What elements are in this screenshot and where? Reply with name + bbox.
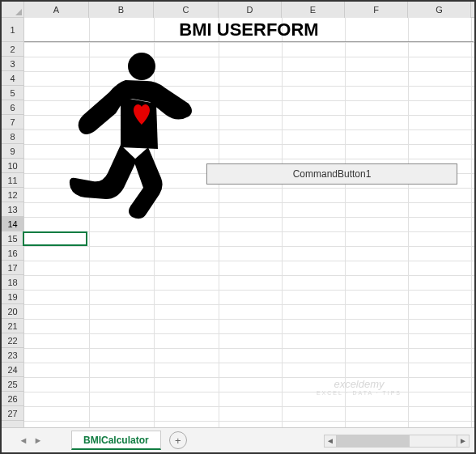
watermark-sub: EXCEL · DATA · TIPS [317, 390, 402, 397]
sheet-tab-bmicalculator[interactable]: BMICalculator [71, 431, 161, 450]
row-header-3[interactable]: 3 [2, 57, 23, 71]
row-header-19[interactable]: 19 [2, 290, 23, 304]
row-header-4[interactable]: 4 [2, 71, 23, 86]
column-headers-row: A B C D E F G [2, 2, 474, 18]
row-header-22[interactable]: 22 [2, 333, 23, 348]
row-header-26[interactable]: 26 [2, 392, 23, 406]
select-all-corner[interactable] [2, 2, 24, 18]
col-header-e[interactable]: E [282, 2, 345, 18]
watermark: exceldemy EXCEL · DATA · TIPS [317, 379, 402, 397]
col-header-f[interactable]: F [345, 2, 408, 18]
scroll-right-icon[interactable]: ► [457, 435, 470, 448]
tab-nav-prev-icon[interactable]: ◄ [18, 435, 29, 446]
horizontal-scrollbar[interactable]: ◄ ► [324, 435, 470, 448]
running-person-icon [69, 52, 198, 222]
row-headers-col: 1234567891011121314151617181920212223242… [2, 18, 24, 429]
row-header-2[interactable]: 2 [2, 42, 23, 57]
row-header-15[interactable]: 15 [2, 231, 23, 246]
row-header-24[interactable]: 24 [2, 363, 23, 377]
col-header-g[interactable]: G [408, 2, 471, 18]
row-header-8[interactable]: 8 [2, 129, 23, 144]
col-header-b[interactable]: B [89, 2, 154, 18]
cells-area[interactable]: BMI USERFORM CommandButton1 exceldemy EX… [24, 18, 474, 429]
tab-nav-next-icon[interactable]: ► [32, 435, 44, 446]
row-header-18[interactable]: 18 [2, 275, 23, 290]
row-header-12[interactable]: 12 [2, 188, 23, 202]
watermark-main: exceldemy [334, 378, 384, 390]
page-title: BMI USERFORM [24, 18, 474, 42]
scroll-left-icon[interactable]: ◄ [324, 435, 337, 448]
row-header-16[interactable]: 16 [2, 246, 23, 261]
row-header-13[interactable]: 13 [2, 202, 23, 217]
row-header-21[interactable]: 21 [2, 319, 23, 333]
row-header-1[interactable]: 1 [2, 18, 23, 42]
command-button-1[interactable]: CommandButton1 [206, 163, 457, 185]
sheet-tab-bar: ◄ ► BMICalculator + ◄ ► [2, 427, 474, 452]
row-header-11[interactable]: 11 [2, 173, 23, 188]
row-header-25[interactable]: 25 [2, 377, 23, 392]
scroll-thumb[interactable] [337, 435, 410, 447]
worksheet: A B C D E F G 12345678910111213141516171… [2, 2, 474, 429]
row-header-23[interactable]: 23 [2, 348, 23, 363]
row-header-27[interactable]: 27 [2, 406, 23, 421]
row-header-6[interactable]: 6 [2, 100, 23, 115]
svg-point-0 [128, 53, 155, 80]
row-header-10[interactable]: 10 [2, 159, 23, 173]
row-header-7[interactable]: 7 [2, 115, 23, 129]
row-header-14[interactable]: 14 [2, 217, 23, 231]
col-header-c[interactable]: C [154, 2, 219, 18]
new-sheet-button[interactable]: + [169, 431, 187, 449]
row-header-5[interactable]: 5 [2, 86, 23, 100]
col-header-a[interactable]: A [24, 2, 89, 18]
row-header-17[interactable]: 17 [2, 261, 23, 275]
scroll-track[interactable] [337, 435, 457, 448]
row-header-20[interactable]: 20 [2, 304, 23, 319]
row-header-9[interactable]: 9 [2, 144, 23, 159]
col-header-d[interactable]: D [219, 2, 282, 18]
